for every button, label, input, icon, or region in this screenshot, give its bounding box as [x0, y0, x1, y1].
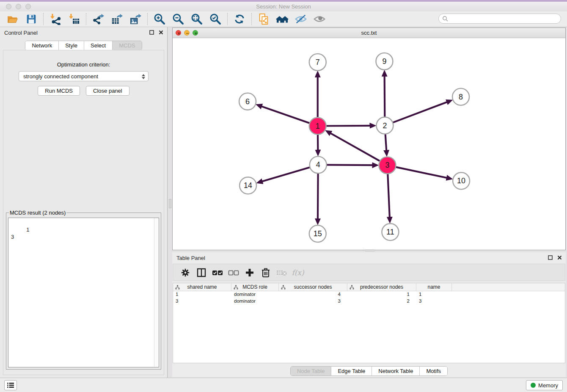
mcds-result-textarea[interactable]: 1 3 [8, 218, 159, 367]
tab-network-table[interactable]: Network Table [372, 367, 419, 375]
toggle-column-panel-icon[interactable] [195, 266, 208, 279]
table-settings-gear-icon[interactable] [179, 266, 192, 279]
network-window-controls [176, 30, 198, 36]
result-scrollbar[interactable] [154, 218, 159, 367]
graph-node-15[interactable]: 15 [309, 225, 326, 242]
table-panel: Table Panel [172, 252, 566, 377]
save-session-icon[interactable] [25, 13, 38, 25]
window-controls [6, 4, 31, 9]
column-header-predecessor-nodes[interactable]: predecessor nodes [347, 283, 416, 291]
zoom-fit-icon[interactable] [190, 13, 203, 25]
column-header-MCDS-role[interactable]: MCDS role [231, 283, 279, 291]
tab-mcds[interactable]: MCDS [112, 41, 141, 50]
delete-column-trash-icon[interactable] [259, 266, 272, 279]
float-panel-icon[interactable] [149, 29, 154, 35]
network-minimize-button[interactable] [184, 30, 190, 36]
tab-style[interactable]: Style [58, 41, 84, 50]
node-table[interactable]: shared nameMCDS rolesuccessor nodesprede… [173, 283, 565, 363]
graph-edge-2-8[interactable] [385, 102, 447, 126]
search-input[interactable] [448, 16, 557, 22]
network-window-title: scc.txt [173, 30, 565, 36]
column-header-name[interactable]: name [416, 283, 452, 291]
show-all-icon[interactable] [313, 13, 326, 25]
main-toolbar [0, 11, 567, 27]
cell-predecessor-nodes[interactable]: 1 [347, 291, 416, 298]
cell-successor-nodes[interactable]: 3 [279, 298, 347, 305]
zoom-selected-icon[interactable] [209, 13, 222, 25]
cell-successor-nodes[interactable]: 4 [279, 291, 347, 298]
import-table-icon[interactable] [68, 13, 80, 25]
table-row[interactable]: 3dominator323 [173, 298, 565, 305]
cell-MCDS-role[interactable]: dominator [231, 291, 279, 298]
vertical-splitter-handle[interactable] [169, 199, 171, 208]
network-close-button[interactable] [176, 30, 181, 36]
add-column-icon[interactable] [243, 266, 256, 279]
graph-node-1[interactable]: 1 [309, 118, 326, 135]
criterion-dropdown[interactable]: strongly connected component [19, 71, 149, 81]
window-minimize-button[interactable] [16, 4, 21, 9]
close-panel-button[interactable]: Close panel [86, 86, 129, 96]
network-zoom-button[interactable] [193, 30, 198, 36]
export-table-icon[interactable] [110, 13, 123, 25]
graph-node-3[interactable]: 3 [379, 157, 396, 174]
cell-predecessor-nodes[interactable]: 2 [347, 298, 416, 305]
graph-node-4[interactable]: 4 [310, 156, 327, 173]
tab-motifs[interactable]: Motifs [419, 367, 447, 375]
export-network-icon[interactable] [92, 13, 105, 25]
hide-selected-icon[interactable] [295, 13, 307, 25]
run-mcds-button[interactable]: Run MCDS [38, 86, 80, 96]
zoom-out-icon[interactable] [172, 13, 184, 25]
graph-node-10[interactable]: 10 [453, 172, 470, 189]
window-close-button[interactable] [6, 4, 11, 9]
control-panel-title: Control Panel [4, 30, 38, 36]
export-image-icon[interactable] [129, 13, 142, 25]
mcds-result-lines: 1 3 [11, 226, 29, 240]
task-history-button[interactable] [4, 380, 17, 390]
tab-network[interactable]: Network [25, 41, 58, 50]
column-header-shared-name[interactable]: shared name [173, 283, 231, 291]
graph-edge-3-1[interactable] [330, 133, 387, 165]
network-graph[interactable]: 7968124314101511 [173, 38, 565, 250]
cell-name[interactable]: 3 [416, 298, 452, 305]
search-field [438, 14, 561, 24]
tab-edge-table[interactable]: Edge Table [331, 367, 372, 375]
cell-name[interactable]: 1 [416, 291, 452, 298]
graph-edge-3-10[interactable] [387, 165, 447, 178]
deselect-all-icon[interactable] [227, 266, 240, 279]
graph-node-9[interactable]: 9 [376, 53, 393, 70]
svg-text:10: 10 [457, 177, 465, 185]
graph-node-6[interactable]: 6 [239, 93, 256, 110]
first-neighbors-icon[interactable] [276, 13, 289, 25]
horizontal-splitter-handle[interactable] [365, 249, 374, 251]
close-table-panel-icon[interactable] [556, 254, 562, 260]
right-area: scc.txt 7968124314101511 Table Panel [168, 27, 567, 378]
select-all-icon[interactable] [211, 266, 224, 279]
float-table-panel-icon[interactable] [547, 254, 553, 260]
toolbar-separator [43, 13, 44, 25]
tab-node-table[interactable]: Node Table [291, 367, 331, 375]
graph-node-11[interactable]: 11 [382, 224, 399, 240]
window-zoom-button[interactable] [25, 4, 31, 9]
graph-node-7[interactable]: 7 [309, 54, 326, 71]
zoom-in-icon[interactable] [153, 13, 166, 25]
graph-node-8[interactable]: 8 [452, 88, 469, 105]
graph-node-14[interactable]: 14 [239, 177, 256, 194]
svg-text:14: 14 [244, 181, 252, 190]
cell-MCDS-role[interactable]: dominator [231, 298, 279, 305]
cell-shared-name[interactable]: 3 [173, 298, 231, 305]
tab-select[interactable]: Select [84, 41, 112, 50]
network-canvas[interactable]: 7968124314101511 [173, 38, 565, 250]
memory-button[interactable]: Memory [526, 380, 563, 390]
new-network-from-selection-icon[interactable] [257, 13, 270, 25]
cell-shared-name[interactable]: 1 [173, 291, 231, 298]
column-header-successor-nodes[interactable]: successor nodes [279, 283, 347, 291]
graph-node-2[interactable]: 2 [376, 117, 393, 134]
toolbar-separator [86, 13, 86, 25]
close-panel-icon[interactable] [158, 29, 164, 35]
control-panel: Control Panel NetworkStyleSelectMCDS Opt… [0, 27, 168, 378]
table-row[interactable]: 1dominator411 [173, 291, 565, 298]
import-network-icon[interactable] [49, 13, 62, 25]
open-session-icon[interactable] [6, 13, 19, 25]
refresh-view-icon[interactable] [233, 13, 246, 25]
search-icon [442, 16, 448, 22]
